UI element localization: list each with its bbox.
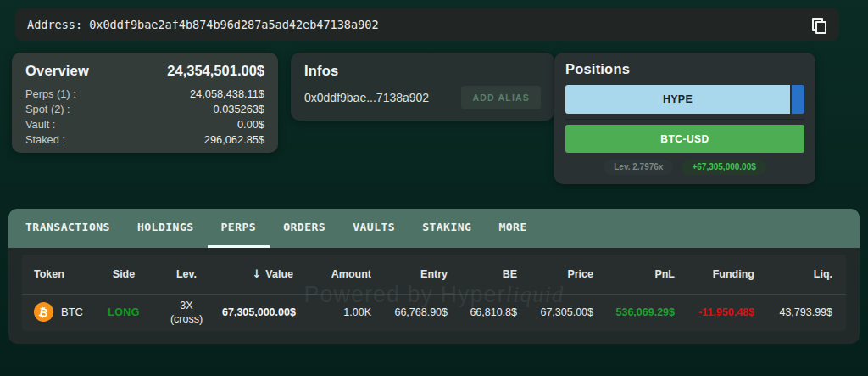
overview-label: Spot (2) : [25,102,70,117]
overview-label: Vault : [25,117,55,132]
token-cell: ₿ BTC [22,294,97,330]
col-header-entry[interactable]: Entry [371,255,448,294]
overview-value: 296,062.85$ [204,132,264,148]
sort-descending-icon: ↓ [252,267,261,280]
overview-total-value: 24,354,501.00$ [167,63,264,79]
value-cell: 67,305,000.00$ [222,294,293,330]
pnl-cell: 536,069.29$ [593,294,675,330]
perps-panel-body: Powered by Hyperliquid Token Side Le [8,248,860,344]
tab-more[interactable]: MORE [485,209,540,248]
overview-value: 0.035263$ [214,102,265,117]
overview-label: Perps (1) : [25,87,76,102]
btc-icon: ₿ [32,300,55,323]
address-bar: Address: 0x0ddf9bae2af4b874b96d287a5ad42… [15,8,839,41]
copy-address-button[interactable] [805,12,831,37]
tab-vaults[interactable]: VAULTS [339,209,409,248]
position-bar-btc-usd[interactable]: BTC-USD [565,125,804,153]
entry-cell: 66,768.90$ [371,294,448,330]
tab-strip: TRANSACTIONS HOLDINGS PERPS ORDERS VAULT… [8,209,860,248]
summary-cards-row: Overview 24,354,501.00$ Perps (1) : 24,0… [12,53,839,184]
infos-card: Infos 0x0ddf9bae...7138a902 ADD ALIAS [291,53,554,121]
overview-row-staked: Staked : 296,062.85$ [25,132,264,148]
positions-card: Positions HYPE BTC-USD Lev. 2.7976x +67,… [554,53,815,184]
col-header-side[interactable]: Side [97,255,151,294]
position-bar-label: HYPE [663,93,693,105]
token-name: BTC [61,306,83,318]
overview-title: Overview [25,63,89,79]
leverage-value: 3X [151,299,222,312]
table-header-row: Token Side Lev. ↓Value Amount Entry BE P… [22,255,846,294]
overview-row-perps: Perps (1) : 24,058,438.11$ [25,87,264,102]
col-header-amount[interactable]: Amount [293,255,371,294]
tab-orders[interactable]: ORDERS [270,209,339,248]
col-header-price[interactable]: Price [517,255,593,294]
position-bar-hype[interactable]: HYPE [565,85,804,114]
overview-breakdown: Perps (1) : 24,058,438.11$ Spot (2) : 0.… [25,87,264,148]
side-long-label: LONG [108,306,139,318]
col-header-be[interactable]: BE [448,255,517,294]
tab-perps[interactable]: PERPS [208,209,270,248]
hype-main-segment: HYPE [565,85,790,114]
side-cell: LONG [97,294,151,330]
overview-label: Staked : [25,132,65,148]
perps-table-row[interactable]: ₿ BTC LONG 3X (cross) [22,294,846,330]
col-header-value[interactable]: ↓Value [222,255,293,294]
overview-row-vault: Vault : 0.00$ [25,117,264,132]
col-header-liq[interactable]: Liq. [754,255,846,294]
short-address: 0x0ddf9bae...7138a902 [304,91,429,104]
amount-cell: 1.00K [293,294,371,330]
leverage-badge: Lev. 2.7976x [604,160,673,175]
leverage-mode: (cross) [151,312,222,326]
positions-divider [565,119,804,120]
price-cell: 67,305.00$ [517,294,593,330]
tab-staking[interactable]: STAKING [409,209,485,248]
copy-icon [812,18,825,32]
leverage-cell: 3X (cross) [151,294,222,330]
detail-panel: TRANSACTIONS HOLDINGS PERPS ORDERS VAULT… [8,209,860,344]
tab-holdings[interactable]: HOLDINGS [124,209,208,248]
col-header-token[interactable]: Token [22,255,97,294]
perps-table: Token Side Lev. ↓Value Amount Entry BE P… [22,255,846,330]
hype-side-segment [792,85,804,114]
col-header-funding[interactable]: Funding [675,255,754,294]
tab-transactions[interactable]: TRANSACTIONS [12,209,124,248]
position-badges: Lev. 2.7976x +67,305,000.00$ [565,160,804,175]
overview-row-spot: Spot (2) : 0.035263$ [25,102,264,117]
funding-cell: -11,950.48$ [675,294,754,330]
col-header-pnl[interactable]: PnL [593,255,675,294]
overview-value: 24,058,438.11$ [190,87,264,102]
position-value-badge: +67,305,000.00$ [682,160,765,175]
address-explorer-page: Address: 0x0ddf9bae2af4b874b96d287a5ad42… [0,8,868,376]
overview-card: Overview 24,354,501.00$ Perps (1) : 24,0… [12,53,278,153]
col-header-lev[interactable]: Lev. [151,255,222,294]
col-header-value-label: Value [265,268,293,280]
overview-value: 0.00$ [237,117,264,132]
positions-title: Positions [565,61,804,77]
infos-title: Infos [304,63,541,79]
perps-table-card: Token Side Lev. ↓Value Amount Entry BE P… [22,255,846,331]
position-bar-label: BTC-USD [660,133,709,145]
address-text: Address: 0x0ddf9bae2af4b874b96d287a5ad42… [27,18,805,31]
liquidation-cell: 43,793.99$ [754,294,846,330]
break-even-cell: 66,810.8$ [448,294,517,330]
add-alias-button[interactable]: ADD ALIAS [461,86,541,109]
